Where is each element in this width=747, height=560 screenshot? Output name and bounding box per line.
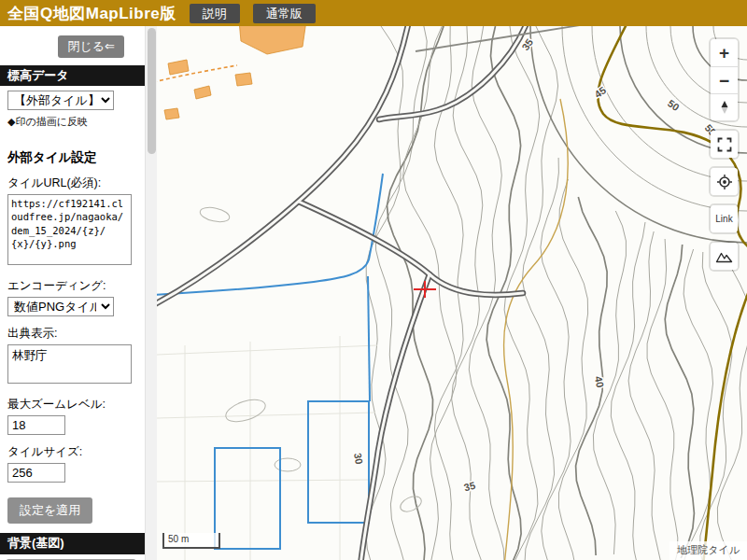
geolocate-icon <box>716 174 733 190</box>
sidebar-scrollbar[interactable] <box>145 26 157 560</box>
zoom-in-button[interactable]: + <box>711 39 738 66</box>
top-header-bar: 全国Q地図MapLibre版 説明 通常版 <box>0 0 747 26</box>
background-section-header: 背景(基図) <box>0 533 145 553</box>
zoom-control-group: + − <box>711 39 738 120</box>
index-contour-lower <box>703 282 747 560</box>
contour-label: 45 <box>592 84 608 100</box>
contour-label: 50 <box>666 97 682 113</box>
link-button-label: Link <box>715 214 732 224</box>
elevation-section-header: 標高データ <box>0 65 145 86</box>
app-title: 全国Q地図MapLibre版 <box>7 3 176 24</box>
main-area: 閉じる⇐ 標高データ 【外部タイル】 ◆印の描画に反映 外部タイル設定 タイルU… <box>0 26 747 560</box>
sidebar-close-button[interactable]: 閉じる⇐ <box>58 35 124 58</box>
elevation-note: ◆印の描画に反映 <box>7 115 137 129</box>
contour-label: 35 <box>462 480 476 494</box>
link-button[interactable]: Link <box>711 205 738 232</box>
scale-bar: 50 m <box>162 533 220 549</box>
background-section: 背景(基図) 標準地図 <box>0 533 145 560</box>
elevation-section-body: 【外部タイル】 ◆印の描画に反映 外部タイル設定 タイルURL(必須): htt… <box>0 86 145 533</box>
map-graphics: 35 45 50 55 40 30 35 <box>157 26 747 560</box>
minus-icon: − <box>719 72 729 90</box>
terrain-control-group <box>711 243 738 270</box>
link-control-group: Link <box>711 205 738 232</box>
sidebar-panel: 閉じる⇐ 標高データ 【外部タイル】 ◆印の描画に反映 外部タイル設定 タイルU… <box>0 26 157 560</box>
plus-icon: + <box>719 44 729 62</box>
normal-version-button[interactable]: 通常版 <box>253 4 316 23</box>
help-button[interactable]: 説明 <box>190 4 240 23</box>
apply-settings-button[interactable]: 設定を適用 <box>7 497 92 524</box>
max-zoom-input[interactable] <box>7 415 65 435</box>
app-window: 全国Q地図MapLibre版 説明 通常版 閉じる⇐ 標高データ 【外部タイル】… <box>0 0 747 560</box>
building-footprints <box>164 26 306 119</box>
map-canvas[interactable]: 35 45 50 55 40 30 35 + − <box>157 26 747 560</box>
geolocate-button[interactable] <box>711 168 738 195</box>
encoding-select[interactable]: 数値PNGタイル <box>7 297 114 316</box>
fullscreen-control-group <box>711 131 738 158</box>
map-attribution: 地理院タイル <box>669 541 747 560</box>
tile-size-input[interactable] <box>7 463 65 483</box>
fullscreen-button[interactable] <box>711 131 738 158</box>
sidebar-scrollbar-thumb[interactable] <box>148 28 156 154</box>
zoom-out-button[interactable]: − <box>711 66 738 93</box>
contour-label: 30 <box>352 452 365 465</box>
red-cross-marker <box>414 281 436 298</box>
tile-url-label: タイルURL(必須): <box>7 175 137 191</box>
sidebar-content: 閉じる⇐ 標高データ 【外部タイル】 ◆印の描画に反映 外部タイル設定 タイルU… <box>0 26 145 560</box>
fullscreen-icon <box>716 136 733 153</box>
encoding-label: エンコーディング: <box>7 278 137 294</box>
tile-url-textarea[interactable]: https://cf192141.cloudfree.jp/nagaoka/de… <box>7 194 132 265</box>
elevation-source-select[interactable]: 【外部タイル】 <box>7 91 114 110</box>
attribution-label: 出典表示: <box>7 326 137 342</box>
attribution-textarea[interactable]: 林野庁 <box>7 344 132 384</box>
compass-button[interactable] <box>711 93 738 120</box>
contour-label: 40 <box>593 375 606 388</box>
external-tile-heading: 外部タイル設定 <box>7 149 137 166</box>
road-network <box>157 26 598 560</box>
tile-size-label: タイルサイズ: <box>7 444 137 460</box>
water-channels <box>157 174 383 549</box>
max-zoom-label: 最大ズームレベル: <box>7 397 137 413</box>
compass-needle-icon <box>716 99 733 116</box>
terrain-mountains-icon <box>715 248 733 265</box>
terrain-button[interactable] <box>711 243 738 270</box>
geolocate-control-group <box>711 168 738 195</box>
